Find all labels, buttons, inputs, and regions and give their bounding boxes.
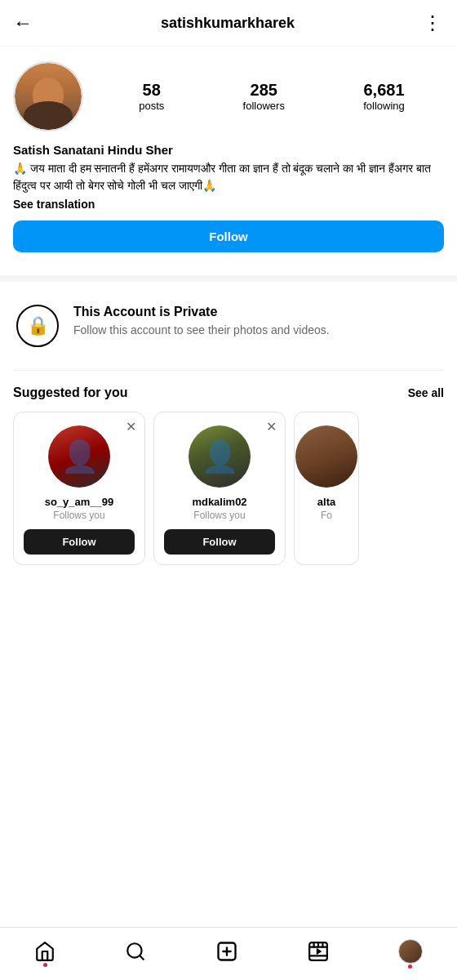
- suggested-cards-container: ✕ 👤 so_y_am__99 Follows you Follow ✕ 👤 m…: [13, 412, 444, 565]
- suggested-header: Suggested for you See all: [13, 385, 444, 400]
- nav-search[interactable]: [113, 938, 158, 965]
- add-icon: [215, 940, 238, 963]
- posts-stat[interactable]: 58 posts: [139, 81, 164, 112]
- svg-marker-6: [317, 948, 322, 956]
- private-account-section: 🔒 This Account is Private Follow this ac…: [0, 282, 457, 370]
- lock-icon-container: 🔒: [16, 305, 59, 347]
- lock-icon: 🔒: [27, 315, 49, 336]
- follow-button[interactable]: Follow: [13, 220, 444, 252]
- posts-count: 58: [139, 81, 164, 100]
- followers-label: followers: [243, 100, 285, 112]
- suggested-card-1: ✕ 👤 so_y_am__99 Follows you Follow: [13, 412, 145, 565]
- header-username: satishkumarkharek: [33, 15, 423, 32]
- see-all-button[interactable]: See all: [408, 386, 444, 399]
- suggested-follows-1: Follows you: [53, 510, 104, 521]
- following-stat[interactable]: 6,681 following: [363, 81, 405, 112]
- suggested-follows-3: Fo: [321, 510, 332, 521]
- reels-icon: [308, 941, 329, 962]
- suggested-section: Suggested for you See all ✕ 👤 so_y_am__9…: [0, 371, 457, 575]
- see-translation-button[interactable]: See translation: [13, 198, 444, 211]
- suggested-follows-2: Follows you: [193, 510, 245, 521]
- suggested-card-3: alta Fo: [294, 412, 359, 565]
- profile-display-name: Satish Sanatani Hindu Sher: [13, 143, 444, 157]
- following-count: 6,681: [363, 81, 405, 100]
- suggested-avatar-3[interactable]: [295, 425, 357, 488]
- posts-label: posts: [139, 100, 164, 112]
- bottom-navigation: [0, 927, 457, 980]
- home-nav-dot: [43, 963, 47, 967]
- profile-bio: 🙏 जय माता दी हम सनातनी हैं हमेंअगर रामाय…: [13, 160, 444, 194]
- profile-section: 58 posts 285 followers 6,681 following S…: [0, 47, 457, 275]
- suggested-username-3: alta: [317, 496, 335, 508]
- following-label: following: [363, 100, 405, 112]
- home-icon: [34, 941, 55, 962]
- nav-profile[interactable]: [387, 936, 434, 967]
- profile-nav-icon: [398, 939, 423, 964]
- suggested-card-2: ✕ 👤 mdkalim02 Follows you Follow: [153, 412, 286, 565]
- section-divider: [0, 275, 457, 282]
- avatar[interactable]: [13, 61, 83, 131]
- nav-reels[interactable]: [296, 938, 340, 965]
- dismiss-card-1-button[interactable]: ✕: [126, 421, 136, 434]
- bio-section: Satish Sanatani Hindu Sher 🙏 जय माता दी …: [13, 143, 444, 211]
- follow-button-container: Follow: [13, 211, 444, 265]
- more-options-button[interactable]: ⋮: [423, 11, 444, 34]
- profile-nav-dot: [408, 964, 412, 969]
- person-silhouette-1: 👤: [60, 439, 99, 474]
- private-description: Follow this account to see their photos …: [73, 323, 441, 339]
- suggested-avatar-2[interactable]: 👤: [189, 425, 251, 488]
- nav-home[interactable]: [23, 938, 67, 965]
- nav-add[interactable]: [204, 937, 250, 966]
- header: ← satishkumarkharek ⋮: [0, 0, 457, 47]
- followers-stat[interactable]: 285 followers: [243, 81, 285, 112]
- follow-suggested-2-button[interactable]: Follow: [164, 529, 275, 555]
- follow-suggested-1-button[interactable]: Follow: [24, 529, 135, 555]
- suggested-title: Suggested for you: [13, 385, 127, 400]
- suggested-username-2: mdkalim02: [192, 496, 246, 508]
- followers-count: 285: [243, 81, 285, 100]
- person-silhouette-2: 👤: [201, 439, 239, 474]
- stats-container: 58 posts 285 followers 6,681 following: [100, 81, 444, 112]
- svg-line-1: [140, 956, 144, 960]
- suggested-avatar-1[interactable]: 👤: [48, 425, 110, 488]
- search-icon: [125, 941, 146, 962]
- dismiss-card-2-button[interactable]: ✕: [266, 421, 277, 434]
- private-title: This Account is Private: [73, 305, 441, 319]
- back-button[interactable]: ←: [13, 11, 33, 34]
- suggested-username-1: so_y_am__99: [45, 496, 114, 508]
- profile-top: 58 posts 285 followers 6,681 following: [13, 61, 444, 131]
- private-text: This Account is Private Follow this acco…: [73, 305, 441, 339]
